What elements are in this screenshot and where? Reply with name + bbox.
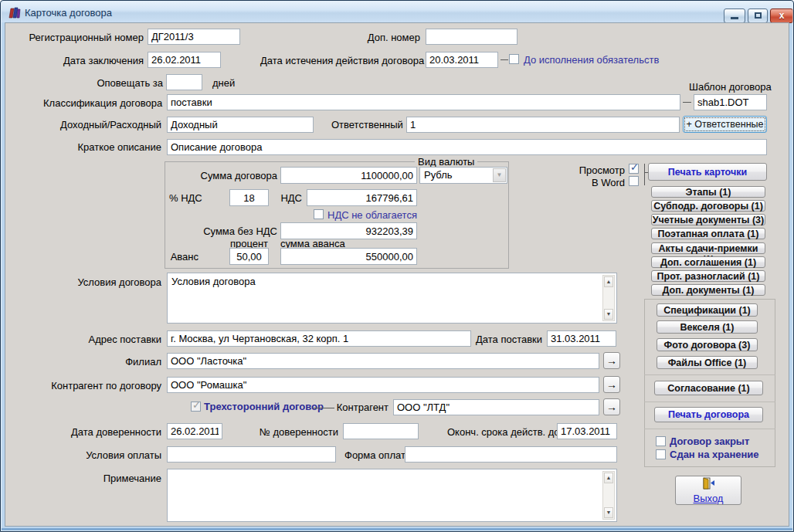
template-input[interactable]	[694, 94, 767, 110]
responsible-label: Ответственный	[331, 119, 401, 130]
sum-no-vat-input[interactable]	[280, 222, 417, 239]
nav-button-accounting-docs[interactable]: Учетные документы (3)	[651, 214, 765, 225]
nav-button-acceptance-acts[interactable]: Акты сдачи-приемки (1)	[651, 242, 765, 254]
terms-text: Условия договора	[171, 276, 256, 287]
scroll-down-icon[interactable]: ▼	[604, 309, 613, 320]
sum-no-vat-label: Сумма без НДС	[194, 225, 277, 237]
exit-button[interactable]: Выход	[675, 476, 741, 505]
payment-terms-input[interactable]	[167, 446, 336, 463]
terms-scrollbar[interactable]: ▲ ▼	[602, 275, 615, 321]
nav-button-staged-payment[interactable]: Поэтапная оплата (1)	[651, 228, 765, 239]
until-obligations-label: До исполнения обязательств	[524, 54, 659, 66]
delivery-date-label: Дата поставки	[476, 334, 541, 345]
check-icon: ✓	[192, 399, 201, 411]
nav-button-subcontracts[interactable]: Субподр. договоры (1)	[651, 200, 765, 212]
scroll-down-icon[interactable]: ▼	[604, 507, 613, 518]
currency-group-label: Вид валюты	[415, 156, 477, 168]
panel-button-office-files[interactable]: Файлы Office (1)	[657, 356, 758, 369]
preview-checkbox[interactable]: ✓	[629, 164, 639, 174]
short-description-input[interactable]	[167, 139, 767, 155]
close-icon: x	[779, 10, 785, 21]
responsibles-button[interactable]: + Ответственные	[683, 116, 767, 133]
no-vat-checkbox[interactable]: ✓	[314, 209, 324, 219]
branch-label: Филиал	[117, 356, 161, 368]
vat-pct-label: % НДС	[169, 192, 202, 204]
poa-number-label: № доверенности	[258, 426, 338, 438]
conclusion-date-input[interactable]	[148, 52, 221, 68]
contract-card-window: Карточка договора x Регистрационный номе…	[0, 0, 794, 532]
terms-label: Условия договора	[74, 276, 161, 288]
contract-closed-label: Договор закрыт	[670, 435, 749, 447]
connector-line	[683, 102, 691, 103]
advance-pct-input[interactable]	[229, 248, 269, 265]
tripartite-checkbox[interactable]: ✓	[191, 402, 201, 412]
nav-button-addendums[interactable]: Доп. соглашения (1)	[651, 256, 765, 268]
stored-checkbox[interactable]: ✓	[656, 449, 666, 459]
nav-button-additional-docs[interactable]: Доп. документы (1)	[651, 284, 765, 296]
third-party-select-button[interactable]: →	[603, 398, 620, 415]
delivery-date-input[interactable]	[547, 330, 616, 347]
terms-textarea[interactable]: Условия договора ▲ ▼	[167, 273, 617, 324]
scroll-up-icon[interactable]: ▲	[604, 473, 613, 483]
vat-pct-input[interactable]	[229, 189, 269, 206]
note-textarea[interactable]: ▲ ▼	[167, 469, 617, 522]
contractor-label: Контрагент по договору	[33, 380, 161, 391]
responsible-input[interactable]	[406, 117, 680, 133]
currency-combobox[interactable]: Рубль ▼	[419, 167, 507, 184]
restore-icon	[755, 12, 762, 19]
poa-number-input[interactable]	[343, 423, 419, 439]
branch-select-button[interactable]: →	[603, 352, 620, 369]
panel-divider	[644, 429, 775, 429]
reg-number-input[interactable]	[148, 29, 240, 45]
approval-button[interactable]: Согласование (1)	[654, 381, 763, 395]
contractor-select-button[interactable]: →	[603, 376, 620, 393]
notify-label: Оповещать за	[92, 77, 163, 89]
preview-label: Просмотр	[572, 164, 625, 176]
contract-sum-label: Сумма договора	[186, 170, 277, 181]
contractor-input[interactable]	[167, 377, 599, 393]
dropdown-arrow-icon[interactable]: ▼	[493, 168, 506, 182]
exit-door-icon	[701, 477, 716, 490]
contract-sum-input[interactable]	[280, 167, 417, 184]
branch-input[interactable]	[167, 353, 599, 369]
panel-divider	[644, 402, 775, 402]
advance-sum-input[interactable]	[280, 248, 417, 265]
notify-input[interactable]	[166, 74, 202, 90]
scroll-up-icon[interactable]: ▲	[604, 276, 613, 287]
connector-line	[644, 164, 645, 185]
tripartite-label: Трехсторонний договор	[204, 401, 324, 412]
nav-button-stages[interactable]: Этапы (1)	[651, 186, 765, 198]
expiry-date-input[interactable]	[426, 52, 498, 68]
dop-number-input[interactable]	[426, 29, 517, 45]
check-icon: ✓	[630, 161, 639, 173]
maximize-button[interactable]	[748, 8, 768, 23]
titlebar[interactable]: Карточка договора x	[2, 2, 792, 22]
print-contract-button[interactable]: Печать договора	[654, 407, 763, 422]
note-scrollbar[interactable]: ▲ ▼	[602, 471, 615, 520]
panel-button-specifications[interactable]: Спецификации (1)	[657, 303, 758, 317]
income-expense-input[interactable]	[167, 117, 314, 133]
print-card-button[interactable]: Печать карточки	[648, 163, 767, 181]
contract-closed-checkbox[interactable]: ✓	[656, 436, 666, 446]
payment-terms-label: Условия оплаты	[74, 449, 161, 461]
poa-date-input[interactable]	[167, 423, 222, 439]
panel-button-promissory-notes[interactable]: Векселя (1)	[657, 320, 758, 334]
in-word-label: В Word	[572, 177, 625, 188]
classification-input[interactable]	[167, 94, 680, 110]
third-party-label: Контрагент	[333, 402, 389, 413]
nav-button-disagreement-protocols[interactable]: Прот. разногласий (1)	[651, 270, 765, 282]
third-party-input[interactable]	[393, 399, 599, 415]
minimize-button[interactable]	[724, 8, 745, 23]
until-obligations-checkbox[interactable]: ✓	[509, 54, 519, 64]
window-bottom-edge	[2, 528, 792, 530]
poa-expiry-input[interactable]	[557, 423, 617, 439]
close-button[interactable]: x	[770, 8, 793, 23]
in-word-checkbox[interactable]: ✓	[629, 176, 639, 186]
expiry-date-label: Дата истечения действия договора	[260, 55, 420, 66]
short-description-label: Краткое описание	[63, 141, 161, 153]
delivery-address-input[interactable]	[167, 330, 471, 347]
note-label: Примечание	[82, 473, 161, 484]
panel-button-contract-photos[interactable]: Фото договора (3)	[657, 338, 758, 351]
payment-form-input[interactable]	[405, 446, 617, 463]
vat-input[interactable]	[307, 189, 417, 206]
